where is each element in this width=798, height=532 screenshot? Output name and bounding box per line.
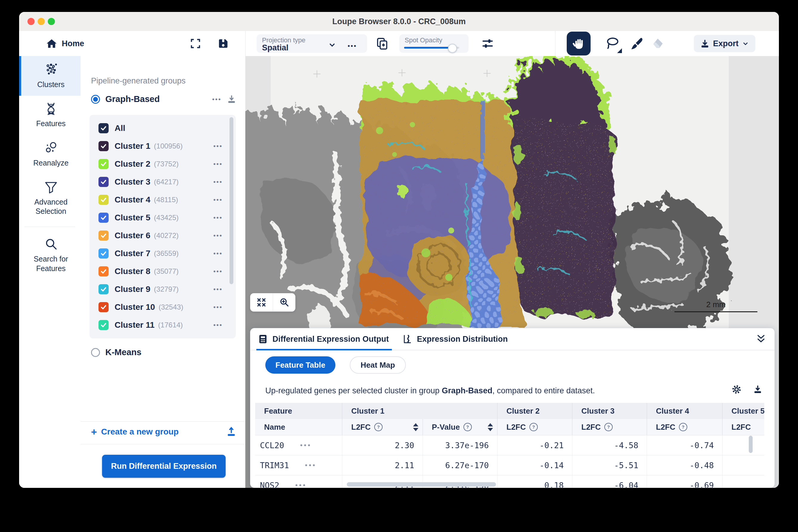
table-row[interactable]: CCL20••• 2.30 3.37e-196 -0.21 -4.58 -0.7… xyxy=(255,435,764,455)
home-button[interactable]: Home xyxy=(46,31,84,56)
projection-menu-button[interactable]: ••• xyxy=(348,42,357,50)
chevron-down-icon[interactable] xyxy=(328,41,336,49)
sidebar-item-clusters[interactable]: Clusters xyxy=(19,56,80,96)
cluster-row[interactable]: Cluster 8 (35077) ••• xyxy=(90,262,236,280)
export-button[interactable]: Export xyxy=(694,35,755,52)
cluster-list-scrollbar[interactable] xyxy=(230,117,233,284)
sidebar-item-search-features[interactable]: Search for Features xyxy=(19,231,80,280)
cluster-checkbox[interactable] xyxy=(98,213,109,223)
cluster-menu-button[interactable]: ••• xyxy=(213,196,223,203)
cluster-checkbox[interactable] xyxy=(98,123,109,133)
cluster-menu-button[interactable]: ••• xyxy=(213,268,223,275)
cluster-menu-button[interactable]: ••• xyxy=(213,178,223,186)
zoom-in-button[interactable] xyxy=(273,293,295,311)
cluster-menu-button[interactable]: ••• xyxy=(213,214,223,221)
cluster-row[interactable]: Cluster 1 (100956) ••• xyxy=(90,137,236,155)
cluster-row[interactable]: Cluster 7 (36559) ••• xyxy=(90,245,236,262)
cluster-checkbox[interactable] xyxy=(98,195,109,205)
duplicate-view-button[interactable] xyxy=(373,31,391,56)
download-group-icon[interactable] xyxy=(227,95,236,104)
import-group-icon[interactable] xyxy=(226,427,236,437)
spatial-viewer[interactable]: 2 mm Differential Expression Output Expr… xyxy=(245,56,779,488)
eraser-tool-button[interactable] xyxy=(646,32,670,55)
help-icon[interactable] xyxy=(529,423,538,431)
cluster-row-all[interactable]: All xyxy=(90,119,236,137)
cluster-menu-button[interactable]: ••• xyxy=(213,286,223,293)
display-settings-button[interactable] xyxy=(479,31,496,56)
graph-based-radio[interactable] xyxy=(91,95,100,104)
spot-opacity-slider[interactable] xyxy=(404,47,459,49)
l2fc-value: 2.11 xyxy=(342,455,422,475)
feature-table-toggle[interactable]: Feature Table xyxy=(265,356,335,374)
table-settings-gear-icon[interactable] xyxy=(731,384,742,395)
cluster-row[interactable]: Cluster 11 (17614) ••• xyxy=(90,316,236,334)
create-group-button[interactable]: + Create a new group xyxy=(91,427,236,437)
cluster-checkbox[interactable] xyxy=(98,141,109,151)
fullscreen-button[interactable] xyxy=(186,31,204,56)
sub-header-label: L2FC xyxy=(656,422,675,432)
row-menu-button[interactable]: ••• xyxy=(295,482,307,488)
cluster-row[interactable]: Cluster 2 (73752) ••• xyxy=(90,155,236,173)
cluster-checkbox[interactable] xyxy=(98,177,109,187)
save-button[interactable] xyxy=(214,31,232,56)
l2fc-value: -5.51 xyxy=(572,455,647,475)
cluster-menu-button[interactable]: ••• xyxy=(213,142,223,150)
download-table-icon[interactable] xyxy=(753,385,762,394)
help-icon[interactable] xyxy=(374,423,383,431)
heat-map-toggle[interactable]: Heat Map xyxy=(350,356,406,374)
cluster-menu-button[interactable]: ••• xyxy=(213,304,223,311)
cluster-row[interactable]: Cluster 9 (32797) ••• xyxy=(90,280,236,298)
sidebar-item-features[interactable]: Features xyxy=(19,96,80,135)
spot-opacity-slider-thumb[interactable] xyxy=(448,44,457,53)
brush-icon xyxy=(630,37,643,50)
run-differential-expression-button[interactable]: Run Differential Expression xyxy=(102,455,225,478)
table-row[interactable]: NOS2••• 2.11 2.41e-158 0.18 -6.04 -0.69 xyxy=(255,475,764,488)
cluster-row[interactable]: Cluster 3 (64217) ••• xyxy=(90,173,236,191)
cluster-checkbox[interactable] xyxy=(98,284,109,294)
kmeans-radio[interactable] xyxy=(91,348,100,357)
cluster-checkbox[interactable] xyxy=(98,230,109,241)
tab-differential-expression-output[interactable]: Differential Expression Output xyxy=(258,328,389,350)
collapse-panel-icon[interactable] xyxy=(756,334,766,344)
help-icon[interactable] xyxy=(679,423,687,431)
sort-toggle[interactable] xyxy=(413,423,418,431)
sidebar-item-advanced-selection[interactable]: Advanced Selection xyxy=(19,174,80,223)
l2fc-value: -6.04 xyxy=(572,475,647,488)
lasso-tool-button[interactable] xyxy=(600,32,624,55)
pvalue: 6.27e-170 xyxy=(422,455,497,475)
cluster-checkbox[interactable] xyxy=(98,320,109,330)
tab-expression-distribution[interactable]: Expression Distribution xyxy=(403,328,508,350)
projection-type-dropdown[interactable]: Projection type Spatial ••• xyxy=(257,34,367,53)
cluster-label: Cluster 6 xyxy=(114,231,150,240)
table-vertical-scrollbar[interactable] xyxy=(749,436,752,453)
cluster-checkbox[interactable] xyxy=(98,302,109,312)
group-menu-button[interactable]: ••• xyxy=(212,96,221,103)
cluster-menu-button[interactable]: ••• xyxy=(213,160,223,168)
table-row[interactable]: TRIM31••• 2.11 6.27e-170 -0.14 -5.51 -0.… xyxy=(255,455,764,475)
fit-view-button[interactable] xyxy=(250,293,273,311)
hand-icon xyxy=(573,37,585,50)
cluster-checkbox[interactable] xyxy=(98,266,109,277)
cluster-checkbox[interactable] xyxy=(98,159,109,169)
distribution-icon xyxy=(403,334,412,344)
help-icon[interactable] xyxy=(464,423,472,431)
table-group-header-row: Feature Cluster 1 Cluster 2 Cluster 3 Cl… xyxy=(255,403,764,419)
row-menu-button[interactable]: ••• xyxy=(305,462,316,469)
cluster-row[interactable]: Cluster 6 (40272) ••• xyxy=(90,227,236,245)
cluster-checkbox[interactable] xyxy=(98,248,109,259)
pan-tool-button[interactable] xyxy=(567,32,591,55)
cluster-row[interactable]: Cluster 4 (48115) ••• xyxy=(90,191,236,209)
table-horizontal-scrollbar[interactable] xyxy=(347,482,496,487)
sort-toggle[interactable] xyxy=(488,423,493,431)
cluster-menu-button[interactable]: ••• xyxy=(213,321,223,329)
cluster-row[interactable]: Cluster 10 (32543) ••• xyxy=(90,298,236,316)
sidebar-item-reanalyze[interactable]: Reanalyze xyxy=(19,135,80,174)
cluster-menu-button[interactable]: ••• xyxy=(213,232,223,239)
column-header: Cluster 1 xyxy=(342,403,497,419)
cluster-row[interactable]: Cluster 5 (43425) ••• xyxy=(90,209,236,227)
row-menu-button[interactable]: ••• xyxy=(300,442,311,449)
brush-tool-button[interactable] xyxy=(625,32,649,55)
cluster-menu-button[interactable]: ••• xyxy=(213,250,223,257)
help-icon[interactable] xyxy=(604,423,613,431)
l2fc-value: -0.21 xyxy=(497,435,572,455)
